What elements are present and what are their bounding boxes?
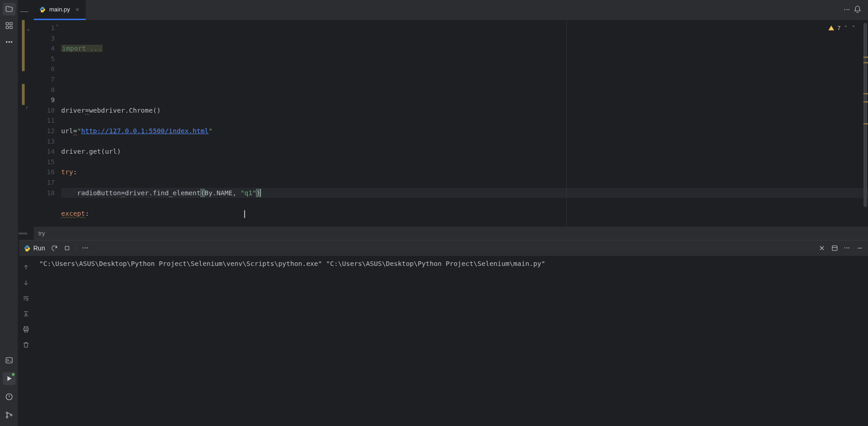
more-tool-button[interactable] [3, 36, 16, 48]
inspection-count: 7 [837, 25, 841, 31]
warning-marker[interactable] [863, 57, 868, 58]
layout-settings-icon[interactable] [831, 244, 838, 252]
svg-point-13 [43, 11, 44, 11]
scroll-to-end-icon[interactable] [21, 308, 31, 319]
step-down-icon[interactable] [21, 277, 31, 288]
run-console-output[interactable]: "C:\Users\ASUS\Desktop\Python Project\Se… [34, 256, 868, 426]
inspection-prev-icon[interactable]: ˄ [843, 25, 848, 31]
code-editor[interactable]: 1 3 4 5 6 7 8 9 10 11 12 13 14 15 16 17 … [34, 20, 868, 226]
run-tool-header: Run ⋮ ⋮ [19, 240, 868, 256]
run-options-icon[interactable]: ⋮ [844, 245, 851, 252]
run-more-icon[interactable]: ⋮ [82, 245, 89, 252]
svg-rect-1 [10, 22, 12, 25]
editor-tab-bar: main.py × ⋮ [34, 0, 868, 20]
stop-button[interactable] [63, 244, 71, 252]
svg-rect-17 [832, 246, 837, 251]
svg-rect-18 [24, 327, 28, 328]
svg-point-4 [6, 42, 7, 42]
editor-text-cursor [244, 210, 245, 218]
warning-icon [828, 25, 835, 31]
text-caret [260, 189, 261, 197]
svg-rect-16 [65, 246, 69, 250]
run-tool-button[interactable] [3, 372, 16, 385]
notifications-icon[interactable] [853, 5, 862, 15]
console-line: "C:\Users\ASUS\Desktop\Python Project\Se… [39, 260, 545, 267]
tab-bar-more-icon[interactable]: ⋮ [843, 6, 851, 14]
editor-scrollbar[interactable] [862, 20, 868, 226]
expand-fold-chevron-icon[interactable]: › [26, 104, 28, 110]
inspection-next-icon[interactable]: ˅ [851, 25, 856, 31]
svg-rect-7 [6, 358, 12, 363]
svg-point-12 [41, 7, 42, 8]
window-minimize-icon[interactable]: — [20, 6, 28, 16]
tool-window-drag-handle[interactable] [18, 233, 27, 234]
svg-rect-0 [6, 22, 8, 25]
close-run-panel-icon[interactable] [818, 244, 826, 252]
svg-point-6 [11, 42, 12, 42]
vcs-tool-button[interactable] [3, 409, 16, 421]
structure-tool-button[interactable] [3, 19, 16, 32]
warning-marker[interactable] [863, 101, 868, 103]
project-tool-button[interactable] [3, 3, 16, 16]
warning-marker[interactable] [863, 123, 868, 125]
tab-filename: main.py [49, 6, 70, 13]
fold-chevron-icon[interactable]: › [56, 21, 59, 31]
vcs-change-marker [22, 84, 25, 105]
svg-rect-20 [25, 330, 28, 332]
breadcrumb-item[interactable]: try [38, 230, 45, 237]
svg-rect-2 [6, 26, 8, 29]
vcs-change-marker [22, 20, 25, 71]
print-icon[interactable] [21, 324, 31, 335]
python-file-icon [39, 6, 46, 13]
collapse-tool-chevron-icon[interactable]: ⌄ [26, 26, 32, 32]
warning-marker[interactable] [863, 62, 868, 63]
terminal-tool-button[interactable] [3, 354, 16, 367]
svg-point-5 [8, 42, 9, 42]
rerun-button[interactable] [51, 244, 58, 252]
breadcrumb-bar: try [34, 226, 868, 240]
right-margin-guide [566, 20, 567, 226]
clear-console-icon[interactable] [21, 339, 31, 350]
run-gutter-toolbar [18, 240, 34, 350]
svg-point-10 [6, 416, 8, 418]
run-tool-label: Run [33, 244, 45, 252]
svg-rect-3 [10, 26, 12, 29]
minimize-run-panel-icon[interactable] [856, 244, 863, 252]
close-tab-icon[interactable]: × [76, 6, 79, 13]
code-content[interactable]: › import ... driver=webdriver.Chrome() u… [58, 20, 868, 226]
scrollbar-thumb[interactable] [863, 23, 867, 207]
warning-marker[interactable] [863, 93, 868, 94]
line-number-gutter: 1 3 4 5 6 7 8 9 10 11 12 13 14 15 16 17 … [37, 20, 58, 226]
step-up-icon[interactable] [21, 262, 31, 273]
problems-tool-button[interactable] [3, 390, 16, 403]
tab-main-py[interactable]: main.py × [34, 0, 86, 20]
inspection-summary[interactable]: 7 ˄ ˅ [825, 23, 859, 33]
activity-bar [0, 0, 18, 426]
soft-wrap-icon[interactable] [21, 293, 31, 304]
svg-point-9 [6, 412, 8, 414]
